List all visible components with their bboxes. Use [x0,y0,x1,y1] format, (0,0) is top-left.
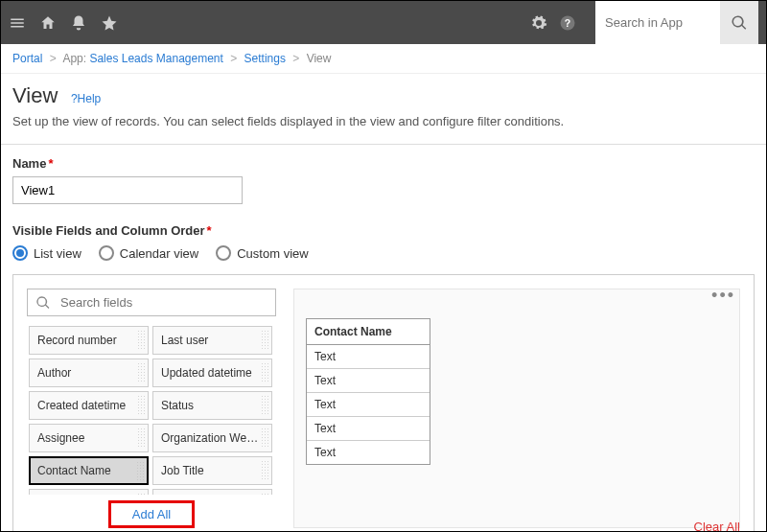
gear-icon[interactable] [530,14,547,32]
field-item[interactable]: Job Title [152,456,272,485]
field-item[interactable]: Author [29,359,149,387]
column-preview: Contact Name TextTextTextTextText [306,318,430,465]
column-cell: Text [307,441,430,464]
drag-grip-icon [261,395,268,416]
drag-grip-icon [261,493,268,495]
required-mark: * [207,223,212,238]
field-item[interactable]: Record number [29,326,149,355]
bell-icon[interactable] [70,14,87,32]
field-list[interactable]: Record numberLast userAuthorUpdated date… [27,324,276,495]
name-label: Name* [12,156,755,171]
drag-grip-icon [261,362,268,383]
radio-calendar-view[interactable]: Calendar view [99,245,198,261]
column-cell: Text [307,369,430,393]
field-search-wrap [27,289,276,316]
star-icon[interactable] [101,14,118,32]
search-button[interactable] [720,1,758,44]
help-link[interactable]: ?Help [71,92,101,105]
page-title: View [12,83,58,108]
field-item[interactable]: Organization Website [152,424,272,452]
breadcrumb: Portal > App: Sales Leads Management > S… [1,44,766,74]
name-input[interactable] [12,176,243,204]
radio-custom-view[interactable]: Custom view [216,245,308,261]
breadcrumb-app[interactable]: Sales Leads Management [89,52,222,65]
field-item[interactable]: Telephone # [152,489,272,495]
field-item[interactable]: Last user [152,326,272,355]
content: Name* Visible Fields and Column Order* L… [1,145,766,532]
column-cell: Text [307,345,430,369]
add-all-highlight: Add All [108,500,195,528]
help-icon[interactable]: ? [559,14,576,32]
radio-label: Calendar view [120,246,198,261]
drag-grip-icon [137,362,145,383]
drag-grip-icon [136,461,144,480]
field-item[interactable]: Email [29,489,149,495]
drag-grip-icon [261,330,268,351]
breadcrumb-settings[interactable]: Settings [244,52,286,65]
column-cell: Text [307,417,430,441]
field-item[interactable]: Updated datetime [152,359,272,387]
add-all-link[interactable]: Add All [111,503,192,525]
top-bar: ? [1,1,766,44]
search-icon [35,295,51,311]
radio-label: Custom view [237,246,308,261]
page-description: Set up the view of records. You can sele… [12,114,755,128]
page-header: View ?Help Set up the view of records. Y… [1,74,766,136]
column-header: Contact Name [307,319,430,345]
field-item[interactable]: Created datetime [29,391,149,420]
menu-icon[interactable] [9,14,26,32]
field-item[interactable]: Status [152,391,272,420]
required-mark: * [48,156,53,171]
breadcrumb-portal[interactable]: Portal [12,52,42,65]
visible-fields-label: Visible Fields and Column Order* [12,223,755,238]
view-type-radios: List view Calendar view Custom view [12,245,755,261]
drag-grip-icon [261,428,268,449]
search-input[interactable] [595,1,720,44]
field-item[interactable]: Contact Name [29,456,149,485]
drag-grip-icon [137,330,145,351]
svg-text:?: ? [565,16,570,28]
drag-grip-icon [137,395,145,416]
field-search-input[interactable] [60,295,267,310]
clear-all-link[interactable]: Clear All [694,520,740,532]
selected-fields-preview: ••• Contact Name TextTextTextTextText [293,289,740,528]
drag-grip-icon [137,428,145,449]
radio-label: List view [34,246,81,261]
drag-grip-icon [137,493,145,495]
more-options-icon[interactable]: ••• [711,286,735,306]
drag-grip-icon [261,460,268,481]
available-fields: Record numberLast userAuthorUpdated date… [27,289,276,528]
column-cell: Text [307,393,430,417]
global-search [595,1,758,44]
breadcrumb-app-prefix: App: [62,52,86,65]
fields-panel: Record numberLast userAuthorUpdated date… [12,274,755,532]
breadcrumb-current: View [307,52,332,65]
field-item[interactable]: Assignee [29,424,149,452]
radio-list-view[interactable]: List view [12,245,81,261]
home-icon[interactable] [39,14,57,32]
